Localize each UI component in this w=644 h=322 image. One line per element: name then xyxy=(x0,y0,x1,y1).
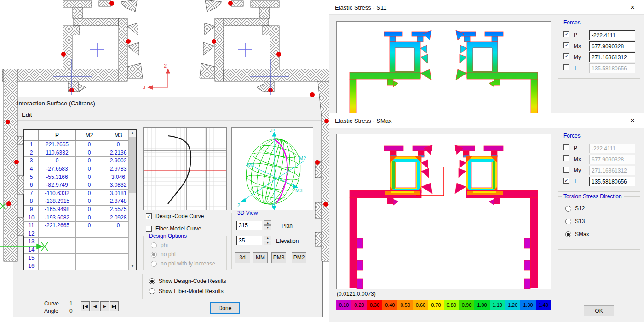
view-mm-button[interactable]: MM xyxy=(253,252,268,263)
my-checkbox[interactable]: ✓ xyxy=(564,53,569,59)
fiber-model-curve-checkbox[interactable] xyxy=(146,226,152,232)
stress-colorbar: 0.100.200.300.400.500.600.700.800.901.00… xyxy=(336,300,551,310)
torsion-title: Torsion Stress Direction xyxy=(562,193,624,200)
axis-3-label: 3 xyxy=(143,85,145,90)
close-icon[interactable]: × xyxy=(627,116,638,125)
smax-window-title: Elastic Stress - SMax xyxy=(335,117,392,124)
s13-radio[interactable] xyxy=(565,218,571,224)
surface-3d-svg: -P P M2 M3 -M3 2 xyxy=(232,128,313,210)
force-row-mx: Mx 677.9090328 xyxy=(558,155,640,165)
forces-title: Forces xyxy=(562,19,582,26)
s11-window-title: Elastic Stress - S11 xyxy=(335,4,386,11)
smax-stress-svg xyxy=(337,134,551,289)
close-icon[interactable]: × xyxy=(627,3,638,12)
force-row-p: P -222.4111 xyxy=(558,144,640,154)
t-checkbox[interactable] xyxy=(564,64,569,70)
next-curve-button[interactable]: ▶ xyxy=(100,301,109,311)
first-curve-button[interactable]: ◀ xyxy=(81,301,90,311)
table-row[interactable]: 15 xyxy=(24,254,134,262)
colorbar-segment: 0.70 xyxy=(428,300,443,310)
table-row[interactable]: 2 110.6332 0 2.2136 xyxy=(24,149,134,157)
p-checkbox[interactable] xyxy=(564,144,569,150)
s11-window: Elastic Stress - S11 × xyxy=(329,0,644,113)
table-row[interactable]: 6 -82.9749 0 3.0832 xyxy=(24,181,134,189)
show-design-code-radio[interactable] xyxy=(149,278,155,284)
table-row[interactable]: 3 0 0 2.9002 xyxy=(24,157,134,165)
table-row[interactable]: 10 -193.6082 0 2.0928 xyxy=(24,213,134,222)
last-curve-button[interactable]: ▶ xyxy=(110,301,119,311)
centroid-cross xyxy=(90,43,104,57)
view-pm3-button[interactable]: PM3 xyxy=(271,252,286,263)
view-3d-button[interactable]: 3d xyxy=(235,252,250,263)
table-row[interactable]: 7 -110.6332 0 3.0181 xyxy=(24,189,134,197)
table-row[interactable]: 13 xyxy=(24,238,134,246)
force-row-mx: ✓ Mx 677.9090328 xyxy=(558,41,640,52)
colorbar-segment: 0.20 xyxy=(351,300,367,310)
show-fiber-model-radio[interactable] xyxy=(149,288,155,294)
screen: 2 3 Interaction Surface (Caltrans) Edit … xyxy=(0,0,644,322)
table-row[interactable]: 12 xyxy=(24,230,134,238)
s12-radio[interactable] xyxy=(565,206,571,212)
torsion-direction-group: Torsion Stress Direction S12 S13 SMax xyxy=(558,196,640,250)
surface-3d-plot: -P P M2 M3 -M3 2 xyxy=(231,127,313,210)
mx-checkbox[interactable]: ✓ xyxy=(564,42,569,48)
no-phi-radio xyxy=(151,252,157,258)
angle-label: Angle xyxy=(44,308,58,314)
smax-radio[interactable] xyxy=(565,231,571,237)
p-checkbox[interactable]: ✓ xyxy=(564,31,569,37)
view-pm2-button[interactable]: PM2 xyxy=(292,252,306,263)
colorbar-segment: 0.80 xyxy=(444,300,459,310)
my-value-field: 271.16361312 xyxy=(589,166,635,175)
smax-titlebar: Elastic Stress - SMax × xyxy=(329,113,644,128)
elevation-spinner[interactable]: ▲▼ xyxy=(264,236,271,245)
p-value-field[interactable]: -222.4111 xyxy=(589,30,635,40)
table-row[interactable]: 14 xyxy=(24,246,134,254)
forces-title: Forces xyxy=(562,132,582,139)
t-value-field[interactable]: 135.58180656 xyxy=(589,177,635,186)
force-row-p: ✓ P -222.4111 xyxy=(558,30,640,40)
no-phi-fy-radio xyxy=(151,261,157,267)
prev-curve-button[interactable]: ◀ xyxy=(91,301,99,311)
ok-button[interactable]: OK xyxy=(584,305,614,316)
angle-value: 0 xyxy=(69,308,73,314)
table-row[interactable]: 1 221.2665 0 0 xyxy=(24,141,134,149)
spin-down-icon: ▼ xyxy=(264,241,271,245)
svg-text:-P: -P xyxy=(270,128,275,133)
mx-value-field[interactable]: 677.9090328 xyxy=(589,41,635,51)
my-value-field[interactable]: 271.16361312 xyxy=(589,52,635,62)
mx-checkbox[interactable] xyxy=(564,155,569,161)
table-scrollbar[interactable]: ▲ ▼ xyxy=(128,130,136,270)
axis-2-label: 2 xyxy=(164,63,167,69)
table-row[interactable]: 8 -138.2915 0 2.8748 xyxy=(24,197,134,206)
vertex-dot xyxy=(310,92,315,97)
mx-value-field: 677.9090328 xyxy=(589,155,635,164)
phi-radio xyxy=(151,242,157,248)
force-row-my: ✓ My 271.16361312 xyxy=(558,52,640,63)
table-row[interactable]: 16 xyxy=(24,262,134,270)
design-options-title: Design Options xyxy=(147,233,189,239)
colorbar-segment: 0.90 xyxy=(459,300,474,310)
scrollbar-thumb[interactable] xyxy=(129,137,136,193)
table-row[interactable]: 9 -165.9498 0 2.5575 xyxy=(24,205,134,213)
table-row[interactable]: 5 -55.3166 0 3.046 xyxy=(24,173,134,181)
design-code-curve-checkbox[interactable]: ✓ xyxy=(146,213,152,219)
my-checkbox[interactable] xyxy=(564,167,569,172)
scroll-up-icon[interactable]: ▲ xyxy=(129,130,136,137)
s11-titlebar: Elastic Stress - S11 × xyxy=(329,0,644,15)
done-button[interactable]: Done xyxy=(210,302,240,314)
dialog-title: Interaction Surface (Caltrans) xyxy=(13,97,322,109)
menu-edit[interactable]: Edit xyxy=(22,111,32,118)
table-row[interactable]: 4 -27.6583 0 2.9783 xyxy=(24,165,134,173)
scroll-down-icon[interactable]: ▼ xyxy=(129,263,136,270)
plan-input[interactable] xyxy=(236,221,262,230)
plan-spinner[interactable]: ▲▼ xyxy=(264,220,271,230)
axis-indicator: 2 3 xyxy=(143,63,170,90)
force-row-my: My 271.16361312 xyxy=(558,166,640,176)
t-checkbox[interactable]: ✓ xyxy=(564,178,569,184)
table-row[interactable]: 11 -221.2665 0 0 xyxy=(24,221,134,230)
elevation-input[interactable] xyxy=(236,236,262,245)
spin-up-icon: ▲ xyxy=(264,236,271,240)
s11-forces-group: Forces ✓ P -222.4111 ✓ Mx 677.9090328 ✓ … xyxy=(558,23,640,79)
s11-section xyxy=(350,30,431,113)
colorbar-segment: 1.40 xyxy=(536,300,551,310)
